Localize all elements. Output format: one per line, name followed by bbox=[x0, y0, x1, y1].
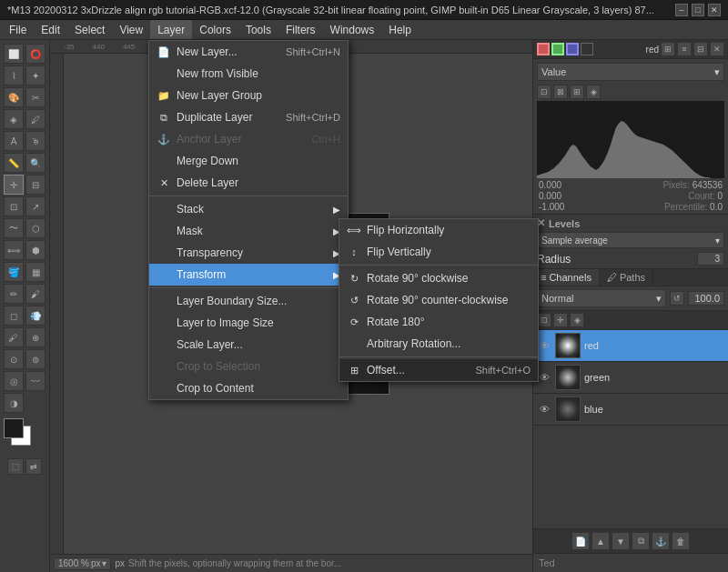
menu-view[interactable]: View bbox=[112, 20, 150, 39]
tool-scissors[interactable]: ✂ bbox=[25, 87, 46, 107]
tool-healing[interactable]: ⊕ bbox=[25, 327, 46, 347]
histogram-btn-1[interactable]: ⊞ bbox=[661, 42, 675, 56]
layer-item-green[interactable]: 👁 green bbox=[533, 362, 728, 394]
tool-gradient[interactable]: ▦ bbox=[25, 262, 46, 282]
tool-airbrush[interactable]: 💨 bbox=[25, 306, 46, 326]
tab-channels[interactable]: ≡ Channels bbox=[533, 269, 600, 286]
lock-position-btn[interactable]: ✛ bbox=[553, 313, 568, 327]
foreground-color[interactable] bbox=[4, 418, 24, 438]
tool-swap-colors[interactable]: ⇄ bbox=[25, 458, 42, 475]
transform-rotate-90ccw[interactable]: ↺ Rotate 90° counter-clockwise bbox=[339, 289, 538, 311]
menu-new-from-visible[interactable]: New from Visible bbox=[149, 63, 348, 85]
hist-icon-1[interactable]: ⊡ bbox=[537, 85, 551, 99]
tool-bucket[interactable]: 🪣 bbox=[4, 262, 24, 282]
tool-color-picker[interactable]: 🖰 bbox=[25, 131, 46, 151]
layer-lower-btn[interactable]: ▼ bbox=[612, 532, 630, 550]
tool-foreground-select[interactable]: ◈ bbox=[4, 109, 24, 129]
menu-tools[interactable]: Tools bbox=[238, 20, 278, 39]
menu-file[interactable]: File bbox=[2, 20, 34, 39]
radius-value[interactable]: 3 bbox=[697, 252, 724, 266]
layer-delete-btn[interactable]: 🗑 bbox=[672, 532, 690, 550]
tool-transform[interactable]: ↗ bbox=[25, 196, 46, 216]
opacity-value[interactable]: 100.0 bbox=[688, 291, 724, 306]
menu-layer-to-image-size[interactable]: Layer to Image Size bbox=[149, 312, 348, 334]
tool-eraser[interactable]: ◻ bbox=[4, 306, 24, 326]
layer-duplicate-btn[interactable]: ⧉ bbox=[632, 532, 650, 550]
tool-free-select[interactable]: ⌇ bbox=[4, 65, 24, 85]
histogram-btn-3[interactable]: ⊟ bbox=[693, 42, 708, 56]
menu-colors[interactable]: Colors bbox=[192, 20, 238, 39]
menu-layer[interactable]: Layer bbox=[150, 20, 192, 39]
blend-mode-select[interactable]: Normal ▾ bbox=[537, 289, 666, 307]
maximize-button[interactable]: □ bbox=[692, 4, 704, 16]
hist-icon-4[interactable]: ◈ bbox=[586, 85, 601, 99]
histogram-btn-2[interactable]: ≡ bbox=[677, 42, 692, 56]
sample-dropdown[interactable]: Sample average ▾ bbox=[537, 232, 724, 248]
menu-edit[interactable]: Edit bbox=[34, 20, 67, 39]
hist-icon-2[interactable]: ⊠ bbox=[553, 85, 568, 99]
tool-align[interactable]: ⊟ bbox=[25, 175, 46, 195]
layer-raise-btn[interactable]: ▲ bbox=[592, 532, 610, 550]
transform-flip-h[interactable]: ⟺ Flip Horizontally bbox=[339, 219, 538, 241]
zoom-dropdown-icon[interactable]: ▾ bbox=[102, 558, 106, 568]
layer-item-red[interactable]: 👁 red bbox=[533, 330, 728, 362]
menu-windows[interactable]: Windows bbox=[323, 20, 382, 39]
layer-item-blue[interactable]: 👁 blue bbox=[533, 394, 728, 426]
menu-new-layer[interactable]: 📄 New Layer... Shift+Ctrl+N bbox=[149, 41, 348, 63]
tool-rect-select[interactable]: ⬜ bbox=[4, 44, 24, 64]
tool-pencil[interactable]: ✏ bbox=[4, 284, 24, 304]
menu-new-layer-group[interactable]: 📁 New Layer Group bbox=[149, 85, 348, 106]
tool-text[interactable]: A bbox=[4, 131, 24, 151]
menu-duplicate-layer[interactable]: ⧉ Duplicate Layer Shift+Ctrl+D bbox=[149, 106, 348, 128]
tool-paths[interactable]: 🖊 bbox=[25, 109, 46, 129]
tool-ink[interactable]: 🖋 bbox=[4, 327, 24, 347]
transform-flip-v[interactable]: ↕ Flip Vertically bbox=[339, 241, 538, 263]
tool-cage[interactable]: ⬢ bbox=[25, 240, 46, 260]
transform-arbitrary-rotation[interactable]: Arbitrary Rotation... bbox=[339, 333, 538, 355]
tool-move[interactable]: ✛ bbox=[4, 175, 24, 195]
transform-rotate-90cw[interactable]: ↻ Rotate 90° clockwise bbox=[339, 267, 538, 289]
menu-delete-layer[interactable]: ✕ Delete Layer bbox=[149, 172, 348, 194]
tool-zoom[interactable]: 🔍 bbox=[25, 153, 46, 173]
tool-ellipse-select[interactable]: ⭕ bbox=[25, 44, 46, 64]
tool-clone[interactable]: ⊙ bbox=[4, 349, 24, 369]
menu-stack[interactable]: Stack ▶ bbox=[149, 198, 348, 220]
menu-crop-to-content[interactable]: Crop to Content bbox=[149, 377, 348, 399]
menu-scale-layer[interactable]: Scale Layer... bbox=[149, 334, 348, 356]
tool-measure[interactable]: 📏 bbox=[4, 153, 24, 173]
menu-mask[interactable]: Mask ▶ bbox=[149, 220, 348, 242]
transform-rotate-180[interactable]: ⟳ Rotate 180° bbox=[339, 311, 538, 333]
close-button[interactable]: ✕ bbox=[708, 4, 721, 16]
tool-perspective[interactable]: ⬡ bbox=[25, 218, 46, 238]
transform-offset[interactable]: ⊞ Offset... Shift+Ctrl+O bbox=[339, 359, 538, 381]
hist-icon-3[interactable]: ⊞ bbox=[570, 85, 584, 99]
menu-transparency[interactable]: Transparency ▶ bbox=[149, 242, 348, 264]
tool-crop[interactable]: ⊡ bbox=[4, 196, 24, 216]
lock-pixels-btn[interactable]: ⊡ bbox=[537, 313, 551, 327]
blend-refresh-btn[interactable]: ↺ bbox=[670, 291, 684, 306]
tool-perspective-clone[interactable]: ⊚ bbox=[25, 349, 46, 369]
tool-paintbrush[interactable]: 🖌 bbox=[25, 284, 46, 304]
tool-smudge[interactable]: 〰 bbox=[25, 371, 46, 391]
tool-select-by-color[interactable]: 🎨 bbox=[4, 87, 24, 107]
tool-fuzzy-select[interactable]: ✦ bbox=[25, 65, 46, 85]
tool-warp[interactable]: 〜 bbox=[4, 218, 24, 238]
menu-filters[interactable]: Filters bbox=[278, 20, 323, 39]
layer-eye-blue[interactable]: 👁 bbox=[537, 402, 551, 416]
menu-help[interactable]: Help bbox=[381, 20, 419, 39]
value-dropdown[interactable]: Value ▾ bbox=[537, 63, 724, 81]
histogram-btn-4[interactable]: ✕ bbox=[710, 42, 724, 56]
menu-merge-down[interactable]: Merge Down bbox=[149, 150, 348, 172]
tab-paths[interactable]: 🖊 Paths bbox=[600, 269, 653, 286]
zoom-level[interactable]: 1600 % px ▾ bbox=[54, 557, 111, 570]
minimize-button[interactable]: – bbox=[675, 4, 688, 16]
layer-eye-green[interactable]: 👁 bbox=[537, 370, 551, 385]
tool-reset-colors[interactable]: ⬚ bbox=[7, 458, 24, 475]
menu-layer-boundary-size[interactable]: Layer Boundary Size... bbox=[149, 290, 348, 312]
menu-transform[interactable]: Transform ▶ bbox=[149, 264, 348, 286]
tool-dodge-burn[interactable]: ◑ bbox=[4, 393, 24, 413]
layer-anchor-btn[interactable]: ⚓ bbox=[652, 532, 670, 550]
layer-new-btn[interactable]: 📄 bbox=[571, 532, 590, 550]
tool-blur-sharpen[interactable]: ◎ bbox=[4, 371, 24, 391]
layer-eye-red[interactable]: 👁 bbox=[537, 338, 551, 353]
